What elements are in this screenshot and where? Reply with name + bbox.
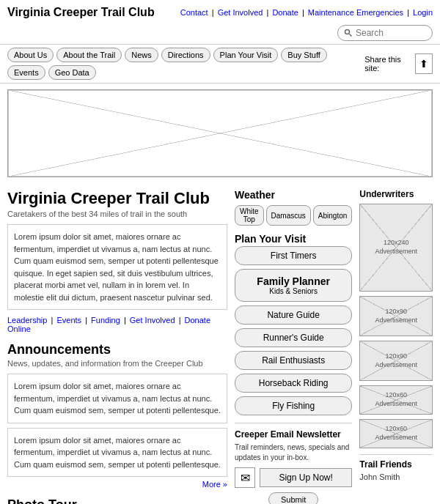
site-title: Virginia Creeper Trail Club: [7, 6, 155, 19]
signup-button[interactable]: Sign Up Now!: [260, 468, 352, 487]
weather-section: Weather White Top Damascus Abington: [235, 189, 352, 226]
underwriters-heading: Underwriters: [359, 189, 433, 199]
weather-tab-damascus[interactable]: Damascus: [266, 205, 311, 226]
nav-bar: About Us About the Trail News Directions…: [0, 44, 440, 84]
main-heading: Virginia Creeper Trail Club: [7, 189, 227, 208]
nav-events[interactable]: Events: [7, 65, 45, 80]
maintenance-link[interactable]: Maintenance Emergencies: [308, 8, 403, 17]
weather-tabs: White Top Damascus Abington: [235, 205, 352, 226]
main-subtitle: Caretakers of the best 34 miles of trail…: [7, 210, 227, 218]
page-header: Virginia Creeper Trail Club Contact | Ge…: [0, 0, 440, 22]
contact-link[interactable]: Contact: [180, 8, 208, 17]
nav-news[interactable]: News: [125, 48, 158, 62]
leadership-link[interactable]: Leadership: [7, 316, 47, 325]
submit-button[interactable]: Submit: [268, 492, 318, 504]
nav-about-trail[interactable]: About the Trail: [56, 48, 122, 62]
announcement-1: Lorem ipsum dolor sit amet, maiores orna…: [7, 374, 227, 423]
announcements-subtitle: News, updates, and information from the …: [7, 359, 227, 368]
get-involved-body-link[interactable]: Get Involved: [130, 316, 175, 325]
share-button[interactable]: ⬆: [415, 53, 433, 74]
ad-4-label: 120x60Advertisement: [375, 391, 418, 408]
plan-family-planner[interactable]: Family PlannerKids & Seniors: [235, 269, 352, 302]
right-column: Underwriters 120x240Advertisement 120x90…: [359, 189, 433, 504]
plan-nature-guide[interactable]: Nature Guide: [235, 305, 352, 325]
middle-column: Weather White Top Damascus Abington Plan…: [235, 189, 352, 504]
newsletter-section: Creeper Email Newsletter Trail reminders…: [235, 423, 352, 504]
ad-2-label: 120x90Advertisement: [375, 308, 418, 325]
trail-friends-section: Trail Friends John Smith: [359, 454, 433, 481]
get-involved-link[interactable]: Get Involved: [218, 8, 263, 17]
photo-tour-section: Photo Tour: [7, 497, 227, 504]
more-anchor[interactable]: More »: [202, 480, 227, 489]
search-row: [0, 22, 440, 44]
nav-tabs: About Us About the Trail News Directions…: [7, 48, 364, 80]
ad-1-label: 120x240Advertisement: [375, 239, 418, 256]
svg-line-1: [350, 34, 352, 37]
plan-first-timers[interactable]: First Timers: [235, 246, 352, 265]
ad-5[interactable]: 120x60Advertisement: [359, 419, 433, 448]
plan-heading: Plan Your Visit: [235, 233, 352, 245]
funding-link[interactable]: Funding: [91, 316, 120, 325]
plan-rail-enthusiasts[interactable]: Rail Enthusiasts: [235, 351, 352, 370]
trail-friends-heading: Trail Friends: [359, 459, 433, 470]
left-column: Virginia Creeper Trail Club Caretakers o…: [7, 189, 227, 504]
hero-image: [7, 89, 433, 177]
ad-2[interactable]: 120x90Advertisement: [359, 296, 433, 336]
nav-plan-visit[interactable]: Plan Your Visit: [213, 48, 279, 62]
share-area: Share this site: ⬆: [364, 53, 433, 74]
newsletter-signup-row: ✉ Sign Up Now!: [235, 467, 352, 488]
weather-heading: Weather: [235, 189, 352, 201]
ad-4[interactable]: 120x60Advertisement: [359, 385, 433, 415]
search-box: [337, 25, 433, 41]
ad-1[interactable]: 120x240Advertisement: [359, 204, 433, 292]
weather-tab-whitetop[interactable]: White Top: [235, 205, 264, 226]
newsletter-description: Trail reminders, news, specials and upda…: [235, 442, 352, 463]
search-input[interactable]: [356, 28, 426, 38]
submit-row: Submit: [235, 492, 352, 504]
nav-directions[interactable]: Directions: [161, 48, 210, 62]
nav-buy-stuff[interactable]: Buy Stuff: [281, 48, 326, 62]
svg-point-0: [345, 30, 350, 34]
body-links: Leadership | Events | Funding | Get Invo…: [7, 316, 227, 333]
search-icon: [344, 28, 353, 38]
events-link[interactable]: Events: [56, 316, 81, 325]
envelope-icon: ✉: [235, 467, 255, 488]
announcements-heading: Announcements: [7, 342, 227, 357]
main-content: Virginia Creeper Trail Club Caretakers o…: [0, 183, 440, 504]
ad-3[interactable]: 120x90Advertisement: [359, 341, 433, 381]
plan-fly-fishing[interactable]: Fly Fishing: [235, 396, 352, 415]
ad-3-label: 120x90Advertisement: [375, 352, 418, 369]
share-label: Share this site:: [364, 55, 410, 73]
nav-about-us[interactable]: About Us: [7, 48, 54, 62]
ad-5-label: 120x60Advertisement: [375, 425, 418, 442]
announcements-section: Announcements News, updates, and informa…: [7, 342, 227, 489]
plan-section: Plan Your Visit First Timers Family Plan…: [235, 233, 352, 415]
plan-horseback-riding[interactable]: Horseback Riding: [235, 374, 352, 393]
body-text: Lorem ipsum dolor sit amet, maiores orna…: [7, 224, 227, 310]
login-link[interactable]: Login: [413, 8, 433, 17]
weather-tab-abington[interactable]: Abington: [313, 205, 352, 226]
announcement-2: Lorem ipsum dolor sit amet, maiores orna…: [7, 428, 227, 478]
donate-link[interactable]: Donate: [272, 8, 298, 17]
photo-tour-heading: Photo Tour: [7, 497, 227, 504]
header-links: Contact | Get Involved | Donate | Mainte…: [180, 8, 433, 17]
plan-runners-guide[interactable]: Runner's Guide: [235, 328, 352, 347]
more-link: More »: [7, 480, 227, 489]
trail-friend-name: John Smith: [359, 472, 433, 481]
nav-geo-data[interactable]: Geo Data: [48, 65, 96, 80]
newsletter-heading: Creeper Email Newsletter: [235, 429, 352, 440]
